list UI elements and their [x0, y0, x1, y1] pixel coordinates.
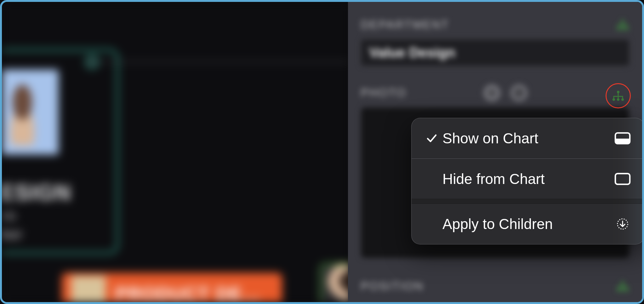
svg-point-8 [626, 289, 628, 291]
section-position: POSITION [361, 272, 630, 301]
card-empty-icon [613, 173, 631, 185]
svg-point-0 [621, 20, 624, 22]
person-photo [71, 276, 106, 302]
department-value: Value Design [369, 45, 455, 60]
svg-point-1 [617, 27, 619, 30]
card-line-3: Baker [2, 226, 22, 243]
svg-point-11 [617, 98, 619, 101]
hierarchy-icon[interactable] [616, 281, 630, 292]
card-line-2: Hero [2, 207, 16, 224]
section-photo: PHOTO [361, 79, 630, 107]
menu-item-label: Show on Chart [441, 130, 613, 147]
svg-point-3 [626, 27, 628, 30]
svg-point-7 [621, 289, 624, 291]
child-card-orange[interactable]: PRODUCT DE… [62, 273, 282, 302]
node-connector-dot[interactable] [85, 55, 99, 69]
apply-down-icon [613, 218, 631, 230]
menu-hide-from-chart[interactable]: Hide from Chart [412, 158, 644, 199]
card-department: PRODUCT DE… [115, 283, 261, 302]
hierarchy-icon[interactable] [616, 19, 630, 31]
svg-rect-15 [615, 174, 630, 184]
svg-point-9 [617, 91, 619, 93]
card-filled-icon [613, 132, 631, 145]
section-department: DEPARTMENT [361, 11, 630, 39]
menu-separator [412, 199, 644, 204]
svg-point-5 [621, 281, 624, 284]
add-photo-button[interactable] [483, 84, 501, 102]
person-photo [2, 70, 59, 155]
remove-photo-button[interactable] [510, 84, 528, 102]
menu-apply-to-children[interactable]: Apply to Children [412, 204, 644, 244]
visibility-popover: Show on Chart Hide from Chart Apply to C… [411, 118, 644, 244]
person-photo [322, 265, 350, 302]
menu-item-label: Hide from Chart [441, 170, 613, 187]
menu-item-label: Apply to Children [441, 215, 613, 232]
card-department: DESIGN [2, 180, 71, 205]
photo-label: PHOTO [361, 86, 407, 100]
checkmark-icon [423, 133, 441, 144]
svg-point-2 [621, 27, 624, 30]
svg-rect-14 [615, 139, 630, 144]
photo-visibility-button[interactable] [606, 83, 631, 108]
department-field[interactable]: Value Design [361, 39, 630, 66]
child-card-green[interactable] [320, 263, 350, 302]
position-label: POSITION [361, 280, 424, 293]
svg-point-12 [621, 98, 624, 101]
connector-line [96, 61, 348, 62]
svg-point-6 [617, 289, 619, 291]
org-chart-canvas[interactable]: DESIGN Hero Baker PRODUCT DE… [2, 2, 350, 302]
department-label: DEPARTMENT [361, 18, 449, 32]
menu-show-on-chart[interactable]: Show on Chart [412, 118, 644, 158]
svg-point-10 [613, 98, 615, 101]
